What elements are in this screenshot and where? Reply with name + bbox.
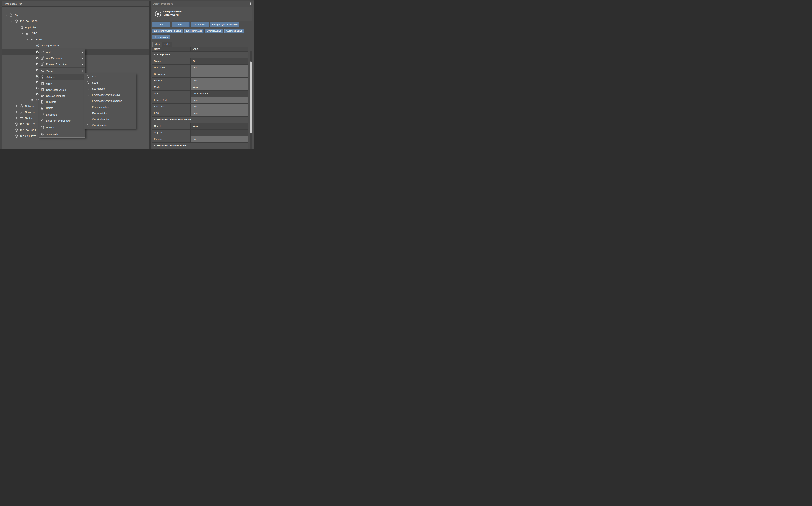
tree-item-analogdatapoint[interactable]: AAnalogDataPoint — [2, 43, 149, 49]
property-group-component[interactable]: Component — [152, 52, 248, 58]
tree-item-label: 192.168.1.52:88 — [20, 18, 37, 24]
submenu-item-label: OverrideActive — [92, 112, 108, 114]
group-expanded-arrow-icon — [154, 145, 156, 146]
eye-icon — [40, 69, 44, 73]
property-value[interactable]: false — [191, 110, 248, 116]
action-buttons-row-2: EmergencyOverrideInactiveEmergencyAutoOv… — [152, 28, 244, 33]
copy-icon — [40, 82, 44, 86]
property-value[interactable]: true — [191, 78, 248, 84]
object-properties-title: Object Properties — [151, 1, 173, 6]
tree-item-applications[interactable]: Applications — [2, 24, 149, 30]
property-name: Object Id — [152, 130, 190, 136]
property-value[interactable]: false — [191, 97, 248, 103]
pin-icon[interactable] — [248, 2, 252, 6]
menu-item-add[interactable]: Add — [39, 49, 85, 55]
menu-item-delete[interactable]: Delete — [39, 105, 85, 111]
tree-item-label: 192.168.1.123: — [20, 121, 36, 127]
expanded-arrow-icon[interactable] — [16, 27, 18, 28]
menu-item-copy-slots-values[interactable]: 123Copy Slots Values — [39, 87, 85, 93]
action-button-overrideauto[interactable]: OverrideAuto — [152, 35, 170, 39]
tree-item-fcu1[interactable]: FCU1 — [2, 36, 149, 43]
action-button-emergencyauto[interactable]: EmergencyAuto — [185, 28, 204, 33]
puzzle-plus-icon — [40, 56, 44, 60]
menu-item-views[interactable]: Views — [39, 68, 85, 74]
menu-item-add-extension[interactable]: Add Extension — [39, 55, 85, 61]
tab-links[interactable]: Links — [162, 42, 172, 47]
submenu-item-label: OverrideAuto — [92, 124, 106, 126]
link-icon — [40, 113, 44, 117]
workspace-tree-title: Workspace Tree — [2, 1, 22, 6]
tree-item-label: 192.168.1.53:1 — [20, 127, 36, 133]
menu-item-link-from-digitalinput[interactable]: Link From 'DigitalInput' — [39, 118, 85, 124]
property-row-object-id: Object Id2 — [152, 130, 248, 136]
submenu-item-setid[interactable]: SetId — [84, 80, 135, 86]
column-header-value[interactable]: Value — [191, 47, 248, 51]
submenu-arrow-icon — [82, 76, 83, 78]
expanded-arrow-icon[interactable] — [11, 21, 12, 22]
action-button-emergencyoverrideinactive[interactable]: EmergencyOverrideInactive — [152, 28, 183, 33]
action-button-overrideactive[interactable]: OverrideActive — [205, 28, 223, 33]
tree-item-hvac[interactable]: HVAC — [2, 30, 149, 36]
menu-item-label: Duplicate — [46, 100, 85, 103]
menu-item-link-mark[interactable]: Link Mark — [39, 112, 85, 118]
action-button-emergencyoverrideactive[interactable]: EmergencyOverrideActive — [210, 22, 239, 27]
svg-text:123: 123 — [41, 90, 43, 91]
scrollbar-thumb[interactable] — [250, 62, 252, 133]
expanded-arrow-icon[interactable] — [27, 39, 28, 40]
menu-item-duplicate[interactable]: Duplicate — [39, 99, 85, 105]
action-buttons-row-3: OverrideAuto — [152, 35, 170, 39]
tree-item-label: Applications — [25, 24, 38, 30]
property-row-out: Outfalse #In16 [OK] — [152, 90, 248, 97]
save-template-icon — [40, 94, 44, 98]
bulb-icon — [40, 133, 44, 136]
property-group-extension-binary-priorities[interactable]: Extension: Binary Priorities — [152, 143, 248, 149]
action-button-setid[interactable]: SetId — [172, 22, 190, 27]
property-value[interactable]: Value — [191, 84, 248, 90]
expanded-arrow-icon[interactable] — [22, 33, 23, 34]
add-icon — [40, 50, 44, 54]
column-header-name[interactable]: Name — [152, 47, 190, 51]
tree-item-192-168-1-52-88[interactable]: 192.168.1.52:88 — [2, 18, 149, 24]
tree-item-site[interactable]: Site — [2, 12, 149, 18]
submenu-item-set[interactable]: Set — [84, 73, 135, 80]
submenu-item-overrideactive[interactable]: OverrideActive — [84, 110, 135, 116]
action-button-overrideinactive[interactable]: OverrideInactive — [224, 28, 244, 33]
action-button-set[interactable]: Set — [152, 22, 170, 27]
tab-main[interactable]: Main — [153, 41, 162, 47]
panel-divider[interactable] — [149, 1, 151, 149]
menu-item-label: Views — [46, 70, 82, 72]
collapsed-arrow-icon[interactable] — [16, 111, 17, 113]
app-window-icon — [25, 31, 29, 35]
menu-item-actions[interactable]: Actions — [39, 74, 85, 80]
property-group-extension-bacnet-binary-point[interactable]: Extension: Bacnet Binary Point — [152, 116, 248, 123]
property-value[interactable]: true — [191, 103, 248, 110]
object-library: [Library.Core] — [163, 13, 179, 16]
vertical-scrollbar[interactable] — [249, 51, 252, 149]
submenu-item-emergencyoverrideactive[interactable]: EmergencyOverrideActive — [84, 92, 135, 98]
property-value[interactable] — [191, 71, 248, 77]
submenu-item-setaddress[interactable]: SetAddress — [84, 86, 135, 92]
property-value: Value — [191, 123, 248, 129]
property-value[interactable]: true — [191, 136, 248, 142]
menu-item-label: Add Extension — [46, 57, 82, 60]
scrollbar-up-arrow-icon[interactable] — [250, 51, 252, 53]
collapsed-arrow-icon[interactable] — [16, 117, 17, 119]
menu-item-save-as-template[interactable]: Save as Template — [39, 93, 85, 99]
menu-item-show-help[interactable]: Show Help — [39, 131, 85, 137]
action-button-setaddress[interactable]: SetAddress — [191, 22, 209, 27]
menu-item-copy[interactable]: Copy — [39, 81, 85, 87]
submenu-item-emergencyoverrideinactive[interactable]: EmergencyOverrideInactive — [84, 98, 135, 104]
submenu-arrow-icon — [82, 51, 83, 53]
submenu-item-overrideauto[interactable]: OverrideAuto — [84, 122, 135, 129]
svg-text:A: A — [37, 45, 38, 46]
collapsed-arrow-icon[interactable] — [16, 105, 17, 107]
submenu-item-emergencyauto[interactable]: EmergencyAuto — [84, 104, 135, 110]
svg-text:B: B — [157, 12, 159, 15]
submenu-item-overrideinactive[interactable]: OverrideInactive — [84, 116, 135, 122]
property-value[interactable]: null — [191, 65, 248, 71]
circle-A-icon: A — [36, 44, 39, 48]
menu-item-remove-extension[interactable]: Remove Extension — [39, 61, 85, 67]
expanded-arrow-icon[interactable] — [6, 15, 7, 16]
cube-icon — [14, 128, 18, 132]
menu-item-rename[interactable]: Rename — [39, 124, 85, 131]
